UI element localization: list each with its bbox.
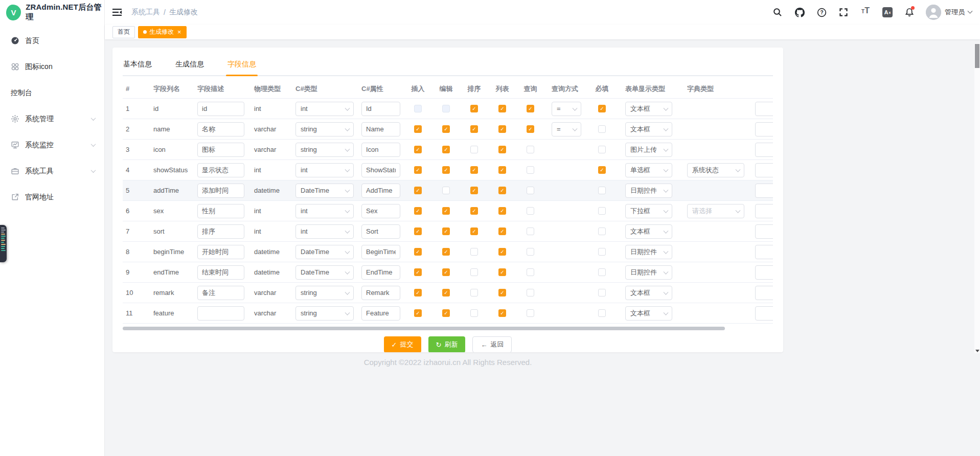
display-type-select[interactable]: 图片上传 [625, 143, 672, 157]
description-input[interactable] [197, 163, 244, 177]
extra-input[interactable] [755, 122, 773, 136]
cs-property-input[interactable] [361, 224, 400, 239]
query-checkbox[interactable] [527, 248, 534, 256]
sidebar-collapse-button[interactable] [112, 7, 123, 18]
close-icon[interactable]: × [177, 29, 181, 35]
insert-checkbox[interactable]: ✓ [414, 289, 422, 297]
dict-type-select[interactable]: 系统状态 [687, 163, 744, 177]
sidebar-item-3[interactable]: 系统管理 [0, 106, 104, 132]
list-checkbox[interactable]: ✓ [498, 187, 506, 194]
extra-input[interactable] [755, 184, 773, 198]
sidebar-item-6[interactable]: 官网地址 [0, 184, 104, 210]
horizontal-scrollbar[interactable] [123, 327, 725, 330]
edit-checkbox[interactable]: ✓ [442, 289, 450, 297]
sort-checkbox[interactable]: ✓ [470, 187, 478, 194]
cs-property-input[interactable] [361, 163, 400, 177]
extra-input[interactable] [755, 102, 773, 116]
query-checkbox[interactable] [527, 227, 534, 235]
tab-1[interactable]: 生成信息 [175, 55, 204, 75]
scrollbar-thumb[interactable] [975, 44, 979, 68]
list-checkbox[interactable]: ✓ [498, 309, 506, 317]
required-checkbox[interactable] [598, 289, 606, 297]
display-type-select[interactable]: 文本框 [625, 306, 672, 321]
tab-tag-1[interactable]: 生成修改× [138, 26, 187, 38]
cs-property-input[interactable] [361, 184, 400, 198]
edit-checkbox[interactable] [442, 187, 450, 194]
list-checkbox[interactable]: ✓ [498, 268, 506, 276]
edit-checkbox[interactable]: ✓ [442, 248, 450, 256]
list-checkbox[interactable]: ✓ [498, 227, 506, 235]
query-checkbox[interactable]: ✓ [527, 125, 534, 133]
insert-checkbox[interactable] [414, 105, 422, 112]
insert-checkbox[interactable]: ✓ [414, 207, 422, 215]
extra-input[interactable] [755, 204, 773, 218]
insert-checkbox[interactable]: ✓ [414, 166, 422, 174]
description-input[interactable] [197, 265, 244, 280]
description-input[interactable] [197, 286, 244, 300]
sort-checkbox[interactable]: ✓ [470, 227, 478, 235]
cs-property-input[interactable] [361, 306, 400, 321]
required-checkbox[interactable] [598, 309, 606, 317]
sort-checkbox[interactable]: ✓ [470, 125, 478, 133]
cs-property-input[interactable] [361, 102, 400, 116]
display-type-select[interactable]: 文本框 [625, 224, 672, 239]
insert-checkbox[interactable]: ✓ [414, 309, 422, 317]
sort-checkbox[interactable]: ✓ [470, 207, 478, 215]
search-icon[interactable] [772, 7, 783, 18]
cs-property-input[interactable] [361, 122, 400, 136]
list-checkbox[interactable]: ✓ [498, 166, 506, 174]
query-mode-select[interactable]: = [552, 102, 581, 116]
sort-checkbox[interactable]: ✓ [470, 166, 478, 174]
description-input[interactable] [197, 245, 244, 259]
required-checkbox[interactable] [598, 187, 606, 194]
cs-type-select[interactable]: int [295, 204, 354, 218]
display-type-select[interactable]: 文本框 [625, 122, 672, 136]
cs-property-input[interactable] [361, 204, 400, 218]
required-checkbox[interactable] [598, 146, 606, 153]
code-preview-widget[interactable] [0, 225, 7, 262]
edit-checkbox[interactable]: ✓ [442, 166, 450, 174]
extra-input[interactable] [755, 143, 773, 157]
sidebar-item-5[interactable]: 系统工具 [0, 158, 104, 184]
required-checkbox[interactable] [598, 125, 606, 133]
description-input[interactable] [197, 102, 244, 116]
extra-input[interactable] [755, 306, 773, 321]
description-input[interactable] [197, 143, 244, 157]
required-checkbox[interactable] [598, 207, 606, 215]
extra-input[interactable] [755, 163, 773, 177]
list-checkbox[interactable]: ✓ [498, 248, 506, 256]
notification-bell-icon[interactable] [904, 7, 915, 18]
refresh-button[interactable]: ↻ 刷新 [428, 336, 466, 352]
cs-property-input[interactable] [361, 245, 400, 259]
vertical-scrollbar[interactable] [974, 43, 980, 353]
sort-checkbox[interactable] [470, 268, 478, 276]
edit-checkbox[interactable]: ✓ [442, 146, 450, 153]
sidebar-item-4[interactable]: 系统监控 [0, 132, 104, 158]
display-type-select[interactable]: 下拉框 [625, 204, 672, 218]
help-icon[interactable]: ? [816, 7, 827, 18]
extra-input[interactable] [755, 286, 773, 300]
display-type-select[interactable]: 日期控件 [625, 184, 672, 198]
user-menu[interactable]: 管理员 [926, 5, 972, 20]
cs-type-select[interactable]: int [295, 224, 354, 239]
insert-checkbox[interactable]: ✓ [414, 268, 422, 276]
sort-checkbox[interactable] [470, 309, 478, 317]
insert-checkbox[interactable]: ✓ [414, 248, 422, 256]
extra-input[interactable] [755, 224, 773, 239]
translate-icon[interactable]: Ax [882, 7, 893, 18]
description-input[interactable] [197, 224, 244, 239]
submit-button[interactable]: ✓ 提交 [384, 336, 421, 352]
cs-type-select[interactable]: string [295, 122, 354, 136]
github-icon[interactable] [794, 7, 805, 18]
insert-checkbox[interactable]: ✓ [414, 146, 422, 153]
query-checkbox[interactable] [527, 268, 534, 276]
sidebar-item-0[interactable]: 首页 [0, 28, 104, 54]
tab-2[interactable]: 字段信息 [227, 55, 257, 75]
query-checkbox[interactable]: ✓ [527, 105, 534, 112]
query-checkbox[interactable] [527, 207, 534, 215]
query-checkbox[interactable] [527, 309, 534, 317]
edit-checkbox[interactable]: ✓ [442, 227, 450, 235]
description-input[interactable] [197, 184, 244, 198]
insert-checkbox[interactable]: ✓ [414, 227, 422, 235]
display-type-select[interactable]: 文本框 [625, 102, 672, 116]
